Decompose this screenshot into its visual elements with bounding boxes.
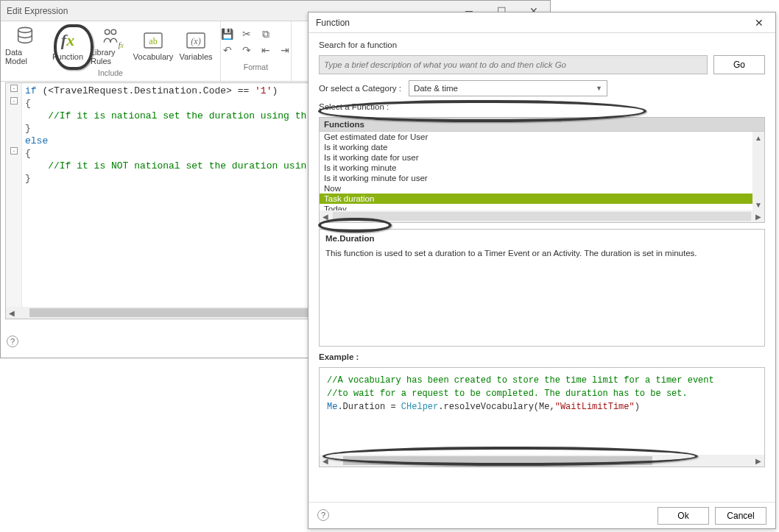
svg-text:(x): (x) (191, 36, 200, 46)
scroll-right-icon[interactable]: ▶ (752, 213, 764, 221)
undo-button[interactable]: ↶ (221, 43, 234, 57)
category-value: Date & time (414, 84, 458, 93)
go-button[interactable]: Go (713, 55, 765, 74)
outdent-icon: ⇤ (261, 44, 270, 56)
format-group-label: Format (225, 61, 286, 73)
svg-text:ab: ab (149, 36, 157, 46)
ab-icon: ab (141, 29, 165, 52)
redo-icon: ↷ (242, 44, 251, 56)
function-list: Functions Get estimated date for User Is… (319, 117, 765, 223)
outdent-button[interactable]: ⇤ (259, 43, 272, 57)
scroll-thumb[interactable] (343, 456, 652, 465)
copy-button[interactable]: ⧉ (259, 27, 272, 40)
indent-icon: ⇥ (281, 44, 289, 56)
help-icon[interactable]: ? (317, 509, 329, 521)
library-rules-button[interactable]: fx Library Rules (91, 23, 130, 67)
function-item[interactable]: Is it working minute for user (320, 173, 764, 183)
scroll-left-icon[interactable]: ◀ (320, 213, 331, 221)
vocabulary-button[interactable]: ab Vocabulary (133, 23, 173, 67)
database-icon (13, 24, 37, 48)
example-label: Example : (319, 352, 765, 361)
scroll-up-icon[interactable]: ▲ (752, 132, 764, 143)
function-list-header: Functions (320, 118, 764, 132)
function-item[interactable]: Is it working date for user (320, 152, 764, 163)
description-text: This function is used to set a duration … (325, 249, 758, 258)
example-box: //A vocabulary has been created to store… (319, 367, 765, 467)
variables-icon: (x) (184, 29, 208, 52)
dialog-titlebar: Function ✕ (309, 13, 775, 33)
function-item[interactable]: Is it working date (320, 142, 764, 152)
library-rules-label: Library Rules (91, 48, 130, 65)
variables-label: Variables (179, 52, 212, 61)
cut-button[interactable]: ✂ (240, 27, 253, 40)
dialog-footer: ? Ok Cancel (309, 502, 775, 528)
search-label: Search for a function (319, 40, 765, 49)
scissors-icon: ✂ (242, 28, 251, 40)
function-dialog: Function ✕ Search for a function Go Or s… (308, 12, 776, 529)
scroll-left-icon[interactable]: ◀ (6, 307, 18, 319)
undo-icon: ↶ (223, 44, 232, 56)
svg-point-0 (18, 27, 32, 32)
function-button[interactable]: fx Function (48, 23, 88, 67)
variables-button[interactable]: (x) Variables (176, 23, 216, 67)
function-item[interactable]: Today (320, 204, 764, 210)
dialog-close-button[interactable]: ✕ (743, 13, 775, 32)
fx-icon: fx (56, 29, 80, 52)
select-function-label: Select a Function : (319, 102, 765, 111)
dialog-title: Function (309, 18, 350, 28)
copy-icon: ⧉ (262, 28, 269, 40)
indent-button[interactable]: ⇥ (278, 43, 292, 57)
scroll-thumb[interactable] (333, 212, 751, 221)
function-item[interactable]: Now (320, 183, 764, 194)
search-input[interactable] (319, 55, 708, 74)
main-window-title: Edit Expression (1, 6, 68, 16)
function-items: Get estimated date for User Is it workin… (320, 132, 764, 210)
ribbon-group-include: Data Model fx Function fx Library Rules (1, 21, 221, 81)
description-box: Me.Duration This function is used to set… (319, 229, 765, 347)
vocabulary-label: Vocabulary (133, 52, 173, 61)
code-gutter: - - - (6, 83, 22, 307)
scroll-thumb[interactable] (29, 308, 339, 317)
svg-point-2 (111, 29, 116, 35)
function-list-hscrollbar[interactable]: ◀ ▶ (320, 210, 764, 222)
include-group-label: Include (5, 67, 216, 79)
data-model-button[interactable]: Data Model (5, 23, 45, 67)
category-select[interactable]: Date & time ▼ (409, 80, 607, 96)
cancel-button[interactable]: Cancel (715, 507, 766, 525)
library-fx-icon: fx (99, 24, 122, 48)
function-label: Function (52, 52, 83, 61)
save-icon: 💾 (221, 28, 233, 40)
data-model-label: Data Model (5, 48, 45, 65)
save-button[interactable]: 💾 (221, 27, 234, 40)
function-item[interactable]: Get estimated date for User (320, 132, 764, 142)
scroll-left-icon[interactable]: ◀ (320, 457, 331, 465)
function-list-vscrollbar[interactable]: ▲ ▼ (752, 132, 764, 210)
function-item-selected[interactable]: Task duration (320, 194, 764, 204)
example-hscrollbar[interactable]: ◀ ▶ (320, 455, 764, 467)
close-icon: ✕ (755, 17, 764, 29)
ribbon-group-format: 💾 ✂ ⧉ ↶ ↷ ⇤ ⇥ Format (221, 21, 292, 81)
example-code: //A vocabulary has been created to store… (320, 368, 764, 419)
scroll-down-icon[interactable]: ▼ (752, 199, 764, 210)
ok-button[interactable]: Ok (658, 507, 709, 525)
category-label: Or select a Category : (319, 84, 401, 93)
chevron-down-icon: ▼ (596, 85, 602, 92)
svg-point-1 (105, 29, 110, 35)
function-item[interactable]: Is it working minute (320, 163, 764, 173)
help-icon[interactable]: ? (7, 336, 18, 347)
description-title: Me.Duration (325, 234, 758, 243)
redo-button[interactable]: ↷ (240, 43, 253, 57)
scroll-right-icon[interactable]: ▶ (752, 457, 764, 465)
